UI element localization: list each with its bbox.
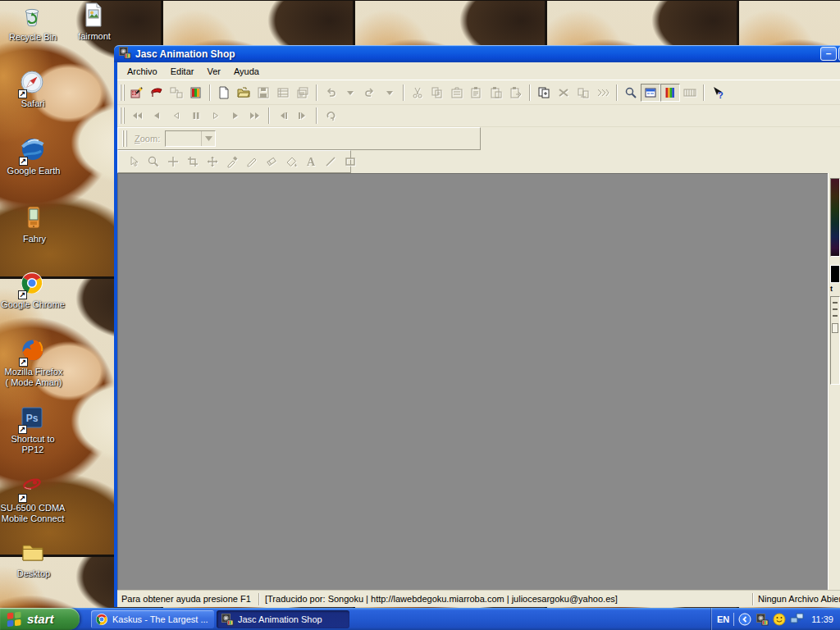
desktop-icon-label: Google Chrome <box>0 299 70 310</box>
main-toolbar-buttons: ? <box>127 84 728 102</box>
start-label: start <box>27 612 54 626</box>
task-label: Kaskus - The Largest ... <box>112 614 208 624</box>
task-jasc-animation-shop-taskbar-button[interactable]: Jasc Animation Shop <box>217 610 349 628</box>
menu-ayuda[interactable]: Ayuda <box>227 64 266 79</box>
toolbar-grip[interactable] <box>122 130 128 147</box>
context-help-button[interactable]: ? <box>708 84 728 102</box>
loop-playback-button <box>321 107 340 125</box>
zoom-tool-button[interactable] <box>621 84 641 102</box>
menu-ver[interactable]: Ver <box>200 64 227 79</box>
taskbar: start Kaskus - The Largest ...Jasc Anima… <box>0 608 840 630</box>
status-bar: Para obtener ayuda presione F1 [Traducid… <box>117 590 840 607</box>
eraser-tool-button <box>262 153 281 171</box>
desktop-icon-label: Google Earth <box>0 166 71 176</box>
shortcut-arrow-icon: ↗ <box>18 89 27 98</box>
desktop-icon-desktop-folder[interactable]: Desktop <box>0 539 71 579</box>
banner-wizard-button[interactable] <box>147 84 167 102</box>
pause-button <box>186 107 206 125</box>
new-animation-button[interactable] <box>214 84 234 102</box>
network-icon[interactable] <box>790 613 804 625</box>
main-toolbar: ? <box>117 80 840 105</box>
google-chrome-icon: ↗ <box>19 270 47 298</box>
browse-button[interactable] <box>186 84 206 102</box>
animation-wizard-button[interactable] <box>127 84 147 102</box>
shortcut-arrow-icon: ↗ <box>18 425 27 434</box>
go-last-frame-button <box>245 107 265 125</box>
workspace: t <box>117 173 840 590</box>
toolbar-grip[interactable] <box>120 84 126 101</box>
desktop-icon-label: Desktop <box>0 568 71 579</box>
open-animation-button[interactable] <box>234 84 253 102</box>
desktop-icon-fairmont[interactable]: fairmont <box>57 2 131 42</box>
cut-button <box>408 84 427 102</box>
arrow-tool-button <box>124 153 144 171</box>
tray-divider <box>733 613 734 626</box>
jasc-tray-icon[interactable] <box>756 613 769 626</box>
window-body: ArchivoEditarVerAyuda ? Zoom: <box>114 62 840 607</box>
shortcut-arrow-icon: ↗ <box>19 157 28 166</box>
copy-merged-button <box>447 84 467 102</box>
messenger-smiley-icon[interactable] <box>773 613 786 626</box>
desktop-icon-shortcut-to-pp12[interactable]: Ps↗Shortcut toPP12 <box>0 404 70 455</box>
desktop-icon-safari[interactable]: ↗Safari <box>0 69 70 109</box>
style-panel-box <box>832 323 838 333</box>
filmstrip-toggle-button <box>680 84 700 102</box>
desktop-icon-label: Fahry <box>0 234 71 244</box>
crop-tool-button <box>183 153 203 171</box>
toolbar-separator <box>209 84 211 101</box>
desktop-icon-fahry[interactable]: Fahry <box>0 204 71 244</box>
color-swatch-black[interactable] <box>830 265 840 283</box>
toolbar-separator <box>703 84 705 101</box>
menu-archivo[interactable]: Archivo <box>121 64 164 79</box>
empty-canvas-area <box>117 173 828 590</box>
desktop-icon-su-6500-cdma[interactable]: ↗SU-6500 CDMAMobile Connect <box>0 473 70 524</box>
desktop-icon-label: Mobile Connect <box>0 514 70 524</box>
toolbar-grip[interactable] <box>120 107 126 124</box>
duplicate-frame-button[interactable] <box>534 84 554 102</box>
zoom-toolbar: Zoom: <box>117 127 481 150</box>
redo-button <box>360 84 380 102</box>
task-kaskus-taskbar-button[interactable]: Kaskus - The Largest ... <box>91 610 214 628</box>
paste-new-animation-button <box>467 84 486 102</box>
shortcut-arrow-icon: ↗ <box>18 494 27 503</box>
start-button[interactable]: start <box>0 608 80 630</box>
menu-editar[interactable]: Editar <box>164 64 201 79</box>
desktop-icon-label: SU-6500 CDMA <box>0 503 70 514</box>
minimize-button[interactable]: – <box>820 47 837 61</box>
desktop-icon-label: Mozilla Firefox <box>0 367 71 377</box>
vcr-toolbar <box>117 105 840 127</box>
delete-frame-button <box>554 84 573 102</box>
toolbar-separator <box>316 107 317 124</box>
move-tool-button <box>203 153 222 171</box>
app-icon <box>118 46 131 62</box>
window-titlebar[interactable]: Jasc Animation Shop – <box>114 45 840 62</box>
svg-text:A: A <box>307 156 316 168</box>
style-bar-toggle-button[interactable] <box>660 84 680 102</box>
text-tool-button: A <box>301 153 321 171</box>
desktop-icon-mozilla-firefox[interactable]: ↗Mozilla Firefox( Mode Aman) <box>0 337 71 388</box>
desktop-icon-google-chrome[interactable]: ↗Google Chrome <box>0 270 70 310</box>
chevron-down-icon <box>205 136 212 141</box>
zoom-label: Zoom: <box>135 134 160 144</box>
shortcut-arrow-icon: ↗ <box>19 358 28 367</box>
task-label: Jasc Animation Shop <box>238 614 322 624</box>
svg-text:Ps: Ps <box>26 413 39 424</box>
desktop-icon-label: fairmont <box>57 31 131 42</box>
zoom-combobox-dropdown <box>201 131 215 146</box>
desktop-icon-google-earth[interactable]: ↗Google Earth <box>0 136 71 176</box>
mozilla-firefox-icon: ↗ <box>20 337 48 365</box>
step-forward-button <box>206 107 226 125</box>
frame-properties-button <box>273 84 293 102</box>
desktop-icon-label: PP12 <box>0 445 70 455</box>
hide-icons-chevron-icon[interactable] <box>738 613 751 626</box>
jasc-icon <box>221 613 234 626</box>
language-indicator[interactable]: EN <box>717 614 729 624</box>
toolbar-toggle-button[interactable] <box>641 84 660 102</box>
color-gradient-picker[interactable] <box>830 178 840 257</box>
window-title: Jasc Animation Shop <box>135 48 235 60</box>
paste-into-frame-button <box>506 84 526 102</box>
system-tray: EN 11:39 <box>711 608 840 630</box>
tool-palette-buttons: A <box>124 153 360 171</box>
redo-dropdown-button <box>380 84 399 102</box>
insert-frames-button <box>593 84 613 102</box>
